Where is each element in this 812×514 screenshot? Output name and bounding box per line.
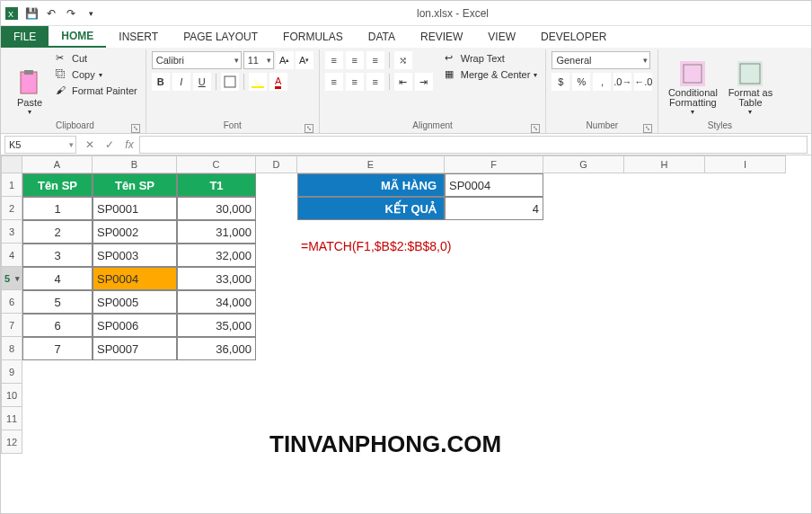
alignment-launcher[interactable]: ⤡: [531, 124, 540, 133]
comma-icon[interactable]: ,: [593, 73, 611, 91]
increase-decimal-icon[interactable]: .0→: [613, 73, 631, 91]
clipboard-launcher[interactable]: ⤡: [131, 124, 140, 133]
align-left-icon[interactable]: ≡: [325, 73, 343, 91]
name-box[interactable]: K5: [4, 136, 76, 154]
orientation-icon[interactable]: ⤭: [394, 51, 412, 69]
row-header-1[interactable]: 1: [1, 173, 22, 197]
cell-A2[interactable]: 1: [22, 197, 93, 220]
cell-E1[interactable]: MÃ HÀNG: [297, 173, 445, 197]
cell-C3[interactable]: 31,000: [177, 220, 256, 244]
align-center-icon[interactable]: ≡: [346, 73, 364, 91]
tab-page-layout[interactable]: PAGE LAYOUT: [171, 26, 270, 48]
worksheet[interactable]: ABCDEFGHI 123456789101112 Tên SPTên SPT1…: [1, 155, 811, 514]
tab-developer[interactable]: DEVELOPER: [528, 26, 619, 48]
enter-formula-icon[interactable]: ✓: [100, 138, 119, 151]
redo-icon[interactable]: ↷: [64, 6, 78, 21]
cell-B6[interactable]: SP0005: [93, 290, 177, 314]
copy-button[interactable]: ⿻Copy▾: [53, 67, 140, 82]
row-header-5[interactable]: 5: [1, 267, 22, 290]
format-painter-button[interactable]: 🖌Format Painter: [53, 84, 140, 98]
tab-review[interactable]: REVIEW: [408, 26, 475, 48]
decrease-decimal-icon[interactable]: ←.0: [634, 73, 652, 91]
cell-B4[interactable]: SP0003: [93, 244, 177, 267]
align-top-icon[interactable]: ≡: [325, 51, 343, 69]
cell-C8[interactable]: 36,000: [177, 337, 256, 360]
percent-icon[interactable]: %: [572, 73, 590, 91]
cell-C4[interactable]: 32,000: [177, 244, 256, 267]
cell-C2[interactable]: 30,000: [177, 197, 256, 220]
bold-button[interactable]: B: [152, 73, 170, 91]
row-header-7[interactable]: 7: [1, 314, 22, 337]
cell-B2[interactable]: SP0001: [93, 197, 177, 220]
cell-C7[interactable]: 35,000: [177, 314, 256, 337]
column-header-D[interactable]: D: [256, 155, 297, 173]
save-icon[interactable]: 💾: [24, 6, 39, 21]
decrease-font-icon[interactable]: A▾: [296, 51, 313, 69]
underline-button[interactable]: U: [193, 73, 211, 91]
row-header-2[interactable]: 2: [1, 197, 22, 220]
qat-customize-icon[interactable]: ▾: [84, 6, 98, 21]
cell-C5[interactable]: 33,000: [177, 267, 256, 290]
table-header-2[interactable]: T1: [177, 173, 256, 197]
column-header-B[interactable]: B: [93, 155, 177, 173]
cell-A7[interactable]: 6: [22, 314, 93, 337]
conditional-formatting-button[interactable]: Conditional Formatting▾: [664, 51, 721, 116]
column-header-H[interactable]: H: [624, 155, 705, 173]
font-size-select[interactable]: 11: [243, 51, 274, 69]
row-header-10[interactable]: 10: [1, 384, 22, 407]
tab-home[interactable]: HOME: [49, 26, 106, 48]
row-header-11[interactable]: 11: [1, 407, 22, 430]
currency-icon[interactable]: $: [552, 73, 569, 91]
number-format-select[interactable]: General: [552, 51, 650, 69]
cell-A8[interactable]: 7: [22, 337, 93, 360]
column-header-I[interactable]: I: [705, 155, 786, 173]
cancel-formula-icon[interactable]: ✕: [80, 138, 100, 151]
select-all-corner[interactable]: [1, 155, 22, 173]
decrease-indent-icon[interactable]: ⇤: [394, 73, 412, 91]
cell-F1[interactable]: SP0004: [445, 173, 543, 197]
format-as-table-button[interactable]: Format as Table▾: [725, 51, 775, 116]
number-launcher[interactable]: ⤡: [643, 124, 652, 133]
table-header-0[interactable]: Tên SP: [22, 173, 93, 197]
font-name-select[interactable]: Calibri: [152, 51, 242, 69]
column-header-A[interactable]: A: [22, 155, 93, 173]
undo-icon[interactable]: ↶: [44, 6, 58, 21]
italic-button[interactable]: I: [172, 73, 190, 91]
tab-formulas[interactable]: FORMULAS: [270, 26, 356, 48]
fill-color-button[interactable]: [249, 73, 267, 91]
font-launcher[interactable]: ⤡: [304, 124, 313, 133]
cell-B5[interactable]: SP0004: [93, 267, 177, 290]
paste-button[interactable]: Paste ▾: [10, 51, 49, 116]
row-header-6[interactable]: 6: [1, 290, 22, 314]
cell-A4[interactable]: 3: [22, 244, 93, 267]
cell-A5[interactable]: 4: [22, 267, 93, 290]
align-bottom-icon[interactable]: ≡: [366, 51, 384, 69]
border-button[interactable]: [221, 73, 239, 91]
cell-E2[interactable]: KẾT QUẢ: [297, 197, 445, 220]
row-header-12[interactable]: 12: [1, 430, 22, 454]
cell-F2[interactable]: 4: [445, 197, 543, 220]
increase-indent-icon[interactable]: ⇥: [415, 73, 433, 91]
table-header-1[interactable]: Tên SP: [93, 173, 177, 197]
font-color-button[interactable]: A: [269, 73, 287, 91]
row-header-8[interactable]: 8: [1, 337, 22, 360]
row-header-4[interactable]: 4: [1, 244, 22, 267]
column-header-F[interactable]: F: [445, 155, 543, 173]
column-header-C[interactable]: C: [177, 155, 256, 173]
tab-view[interactable]: VIEW: [475, 26, 528, 48]
row-header-3[interactable]: 3: [1, 220, 22, 244]
cell-A6[interactable]: 5: [22, 290, 93, 314]
increase-font-icon[interactable]: A▴: [276, 51, 294, 69]
cell-C6[interactable]: 34,000: [177, 290, 256, 314]
cell-B8[interactable]: SP0007: [93, 337, 177, 360]
cell-B3[interactable]: SP0002: [93, 220, 177, 244]
tab-insert[interactable]: INSERT: [106, 26, 171, 48]
column-header-E[interactable]: E: [297, 155, 445, 173]
formula-input[interactable]: [139, 136, 808, 154]
column-header-G[interactable]: G: [543, 155, 624, 173]
cell-B7[interactable]: SP0006: [93, 314, 177, 337]
cell-A3[interactable]: 2: [22, 220, 93, 244]
cut-button[interactable]: ✂Cut: [53, 51, 140, 66]
wrap-text-button[interactable]: ↩Wrap Text: [442, 51, 541, 66]
fx-icon[interactable]: fx: [119, 138, 139, 151]
